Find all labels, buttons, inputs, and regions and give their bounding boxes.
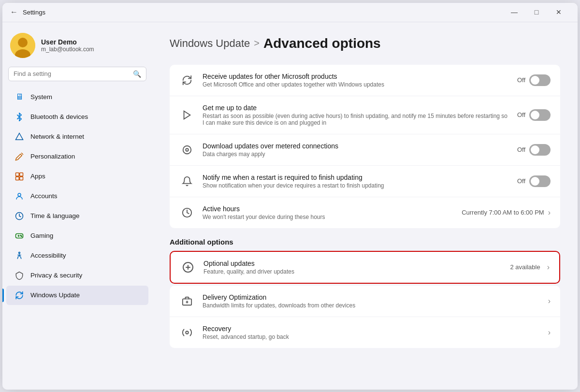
active-hours-value: Currently 7:00 AM to 6:00 PM	[462, 209, 544, 216]
active-hours-chevron-icon: ›	[548, 208, 551, 217]
optional-updates-control: 2 available ›	[510, 263, 550, 272]
sidebar-label-time: Time & language	[30, 212, 80, 219]
breadcrumb-sep: >	[254, 38, 260, 49]
svg-point-22	[186, 148, 188, 151]
setting-microsoft-updates[interactable]: Receive updates for other Microsoft prod…	[170, 65, 560, 96]
get-up-to-date-toggle[interactable]	[529, 109, 551, 121]
user-info: User Demo m_lab@outlook.com	[41, 38, 94, 53]
recovery-icon	[179, 325, 195, 340]
search-input[interactable]	[14, 70, 129, 77]
optional-updates-available: 2 available	[510, 263, 540, 271]
optional-updates-text: Optional updates Feature, quality, and d…	[203, 260, 503, 275]
sidebar-item-apps[interactable]: Apps	[6, 167, 148, 186]
sidebar-item-system[interactable]: 🖥 System	[6, 87, 148, 107]
setting-recovery[interactable]: Recovery Reset, advanced startup, go bac…	[170, 317, 560, 348]
sidebar-item-time[interactable]: Time & language	[6, 206, 148, 226]
titlebar: ← Settings — □ ✕	[2, 3, 578, 22]
optional-updates-desc: Feature, quality, and driver updates	[203, 268, 503, 275]
sidebar-item-gaming[interactable]: Gaming	[6, 226, 148, 246]
sidebar-item-update[interactable]: Windows Update	[6, 286, 148, 305]
sidebar-item-network[interactable]: Network & internet	[6, 127, 148, 146]
microsoft-updates-icon	[179, 73, 195, 88]
content-area: Windows Update > Advanced options Receiv…	[152, 22, 578, 390]
optional-updates-icon	[180, 260, 196, 275]
user-profile[interactable]: User Demo m_lab@outlook.com	[2, 28, 152, 67]
system-icon: 🖥	[14, 92, 25, 102]
optional-updates-card[interactable]: Optional updates Feature, quality, and d…	[170, 251, 560, 284]
metered-connections-control: Off	[517, 144, 551, 156]
svg-point-1	[18, 38, 28, 47]
active-hours-text: Active hours We won't restart your devic…	[203, 205, 454, 220]
main-settings-card: Receive updates for other Microsoft prod…	[170, 65, 560, 228]
setting-delivery-optimization[interactable]: Delivery Optimization Bandwidth limits f…	[170, 286, 560, 317]
microsoft-updates-toggle[interactable]	[529, 74, 551, 86]
metered-connections-text: Download updates over metered connection…	[203, 142, 509, 158]
update-icon	[14, 290, 25, 301]
delivery-optimization-chevron-icon: ›	[548, 297, 551, 305]
delivery-optimization-card: Delivery Optimization Bandwidth limits f…	[170, 286, 560, 348]
search-box[interactable]: 🔍	[8, 67, 146, 81]
active-hours-title: Active hours	[203, 205, 454, 213]
privacy-icon	[14, 270, 25, 281]
back-button[interactable]: ←	[10, 8, 18, 16]
metered-connections-desc: Data charges may apply	[203, 151, 509, 158]
sidebar-label-privacy: Privacy & security	[30, 272, 82, 279]
sidebar-label-personalization: Personalization	[30, 153, 75, 160]
svg-marker-20	[184, 111, 190, 119]
minimize-button[interactable]: —	[503, 3, 525, 22]
titlebar-title: Settings	[23, 9, 45, 16]
user-email: m_lab@outlook.com	[41, 46, 94, 53]
microsoft-updates-toggle-label: Off	[517, 76, 525, 84]
notify-restart-title: Notify me when a restart is required to …	[203, 174, 509, 181]
sidebar-item-privacy[interactable]: Privacy & security	[6, 266, 148, 285]
svg-line-18	[17, 256, 18, 259]
sidebar-item-accessibility[interactable]: Accessibility	[6, 246, 148, 265]
metered-connections-toggle[interactable]	[529, 144, 551, 156]
svg-rect-7	[16, 176, 19, 180]
setting-active-hours[interactable]: Active hours We won't restart your devic…	[170, 197, 560, 228]
recovery-control: ›	[548, 328, 551, 337]
optional-updates-chevron-icon: ›	[547, 263, 550, 272]
svg-point-30	[186, 331, 188, 334]
additional-options-heading: Additional options	[170, 238, 560, 246]
svg-marker-3	[16, 133, 23, 140]
apps-icon	[14, 171, 25, 182]
sidebar-item-personalization[interactable]: Personalization	[6, 147, 148, 166]
close-button[interactable]: ✕	[548, 3, 570, 22]
svg-line-19	[20, 256, 21, 259]
setting-optional-updates[interactable]: Optional updates Feature, quality, and d…	[171, 252, 559, 283]
metered-connections-title: Download updates over metered connection…	[203, 142, 509, 150]
active-hours-icon	[179, 205, 195, 220]
setting-notify-restart[interactable]: Notify me when a restart is required to …	[170, 166, 560, 197]
settings-window: ← Settings — □ ✕ User Demo m_	[2, 3, 578, 390]
nav-item-wrap: 🖥 System Bluetooth & devices Network & i…	[2, 87, 152, 305]
network-icon	[14, 131, 25, 142]
metered-connections-icon	[179, 142, 195, 158]
setting-get-up-to-date[interactable]: Get me up to date Restart as soon as pos…	[170, 96, 560, 134]
svg-point-21	[183, 145, 191, 154]
svg-rect-5	[16, 173, 19, 176]
sidebar-label-bluetooth: Bluetooth & devices	[30, 113, 88, 120]
accounts-icon	[14, 191, 25, 202]
metered-connections-toggle-label: Off	[517, 146, 525, 153]
microsoft-updates-text: Receive updates for other Microsoft prod…	[203, 73, 509, 88]
setting-metered-connections[interactable]: Download updates over metered connection…	[170, 134, 560, 166]
svg-rect-6	[20, 173, 23, 176]
active-indicator	[2, 289, 4, 302]
sidebar-item-accounts[interactable]: Accounts	[6, 187, 148, 206]
maximize-button[interactable]: □	[525, 3, 548, 22]
svg-line-4	[22, 153, 23, 154]
search-icon: 🔍	[133, 70, 141, 78]
active-hours-control[interactable]: Currently 7:00 AM to 6:00 PM ›	[462, 208, 551, 217]
delivery-optimization-text: Delivery Optimization Bandwidth limits f…	[203, 293, 540, 309]
accessibility-icon	[14, 250, 25, 261]
delivery-optimization-control: ›	[548, 297, 551, 305]
user-name: User Demo	[41, 38, 94, 46]
breadcrumb: Windows Update > Advanced options	[170, 36, 560, 51]
avatar	[10, 33, 35, 58]
gaming-icon	[14, 231, 25, 241]
delivery-optimization-title: Delivery Optimization	[203, 293, 540, 301]
sidebar-item-bluetooth[interactable]: Bluetooth & devices	[6, 107, 148, 127]
sidebar-label-update: Windows Update	[30, 291, 80, 299]
notify-restart-toggle[interactable]	[529, 175, 551, 187]
